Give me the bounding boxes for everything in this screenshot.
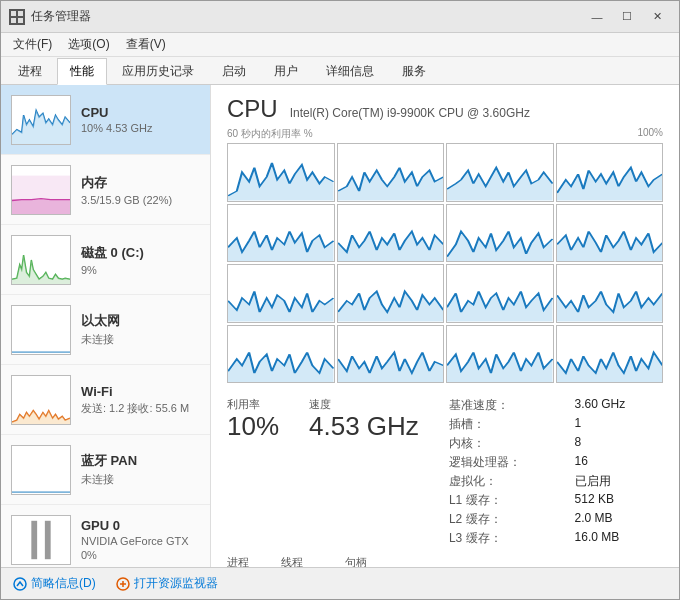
sidebar-cpu-name: CPU bbox=[81, 105, 200, 120]
cpu-core-graph-14 bbox=[446, 325, 554, 384]
cpu-core-graph-5 bbox=[337, 204, 445, 263]
sidebar-item-bluetooth[interactable]: 蓝牙 PAN 未连接 bbox=[1, 435, 210, 505]
sidebar-ethernet-value: 未连接 bbox=[81, 332, 200, 347]
window-controls: — ☐ ✕ bbox=[583, 6, 671, 28]
tab-services[interactable]: 服务 bbox=[389, 58, 439, 84]
main-subtitle: Intel(R) Core(TM) i9-9900K CPU @ 3.60GHz bbox=[290, 106, 530, 120]
summary-label: 简略信息(D) bbox=[31, 575, 96, 592]
monitor-label: 打开资源监视器 bbox=[134, 575, 218, 592]
cpu-core-graph-0 bbox=[227, 143, 335, 202]
tab-users[interactable]: 用户 bbox=[261, 58, 311, 84]
tab-performance[interactable]: 性能 bbox=[57, 58, 107, 85]
tab-startup[interactable]: 启动 bbox=[209, 58, 259, 84]
cpu-core-graph-12 bbox=[227, 325, 335, 384]
sidebar-bluetooth-value: 未连接 bbox=[81, 472, 200, 487]
cpu-core-graph-13 bbox=[337, 325, 445, 384]
window: 任务管理器 — ☐ ✕ 文件(F) 选项(O) 查看(V) 进程 性能 应用历史… bbox=[0, 0, 680, 600]
virt-value: 已启用 bbox=[575, 473, 663, 490]
l1-label: L1 缓存： bbox=[449, 492, 559, 509]
logical-label: 逻辑处理器： bbox=[449, 454, 559, 471]
speed-label: 速度 bbox=[309, 397, 419, 412]
sidebar-ethernet-name: 以太网 bbox=[81, 312, 200, 330]
sidebar-disk-info: 磁盘 0 (C:) 9% bbox=[81, 244, 200, 276]
cpu-core-graph-6 bbox=[446, 204, 554, 263]
chevron-up-icon bbox=[13, 577, 27, 591]
svg-marker-21 bbox=[228, 291, 334, 321]
sidebar-bluetooth-info: 蓝牙 PAN 未连接 bbox=[81, 452, 200, 487]
sidebar-item-gpu[interactable]: GPU 0 NVIDIA GeForce GTX 0% bbox=[1, 505, 210, 567]
virt-label: 虚拟化： bbox=[449, 473, 559, 490]
cpu-core-graph-7 bbox=[556, 204, 664, 263]
stats-handles: 句柄 85491 bbox=[345, 555, 395, 567]
menu-options[interactable]: 选项(O) bbox=[60, 33, 117, 56]
sidebar-item-disk[interactable]: 磁盘 0 (C:) 9% bbox=[1, 225, 210, 295]
svg-rect-12 bbox=[45, 520, 51, 558]
svg-rect-2 bbox=[11, 18, 16, 23]
tab-process[interactable]: 进程 bbox=[5, 58, 55, 84]
sidebar-gpu-value1: NVIDIA GeForce GTX bbox=[81, 535, 200, 547]
handles-label: 句柄 bbox=[345, 555, 395, 567]
sidebar-memory-value: 3.5/15.9 GB (22%) bbox=[81, 194, 200, 206]
graph-label-left: 60 秒内的利用率 % bbox=[227, 127, 313, 141]
utilization-value: 10% bbox=[227, 412, 279, 441]
menu-file[interactable]: 文件(F) bbox=[5, 33, 60, 56]
tab-details[interactable]: 详细信息 bbox=[313, 58, 387, 84]
tab-app-history[interactable]: 应用历史记录 bbox=[109, 58, 207, 84]
svg-marker-25 bbox=[228, 352, 334, 382]
base-speed-label: 基准速度： bbox=[449, 397, 559, 414]
svg-rect-1 bbox=[18, 11, 23, 16]
minimize-button[interactable]: — bbox=[583, 6, 611, 28]
sidebar-wifi-info: Wi-Fi 发送: 1.2 接收: 55.6 M bbox=[81, 384, 200, 416]
graph-label-row: 60 秒内的利用率 % 100% bbox=[227, 127, 663, 141]
svg-point-29 bbox=[14, 578, 26, 590]
utilization-label: 利用率 bbox=[227, 397, 279, 412]
svg-marker-7 bbox=[12, 255, 70, 284]
l2-value: 2.0 MB bbox=[575, 511, 663, 528]
sidebar-disk-value: 9% bbox=[81, 264, 200, 276]
monitor-link[interactable]: 打开资源监视器 bbox=[116, 575, 218, 592]
tab-bar: 进程 性能 应用历史记录 启动 用户 详细信息 服务 bbox=[1, 57, 679, 85]
sidebar-item-ethernet[interactable]: 以太网 未连接 bbox=[1, 295, 210, 365]
sidebar-wifi-value: 发送: 1.2 接收: 55.6 M bbox=[81, 401, 200, 416]
sidebar-gpu-name: GPU 0 bbox=[81, 518, 200, 533]
menu-view[interactable]: 查看(V) bbox=[118, 33, 174, 56]
sidebar-item-cpu[interactable]: CPU 10% 4.53 GHz bbox=[1, 85, 210, 155]
svg-rect-3 bbox=[18, 18, 23, 23]
stats-utilization: 利用率 10% bbox=[227, 397, 279, 547]
svg-marker-9 bbox=[12, 410, 70, 423]
processes-label: 进程 bbox=[227, 555, 257, 567]
sidebar-cpu-info: CPU 10% 4.53 GHz bbox=[81, 105, 200, 134]
sidebar-memory-info: 内存 3.5/15.9 GB (22%) bbox=[81, 174, 200, 206]
sidebar: CPU 10% 4.53 GHz 内存 3.5/15.9 GB (22%) bbox=[1, 85, 211, 567]
status-bar: 简略信息(D) 打开资源监视器 bbox=[1, 567, 679, 599]
l1-value: 512 KB bbox=[575, 492, 663, 509]
sidebar-cpu-graph bbox=[11, 95, 71, 145]
main-header: CPU Intel(R) Core(TM) i9-9900K CPU @ 3.6… bbox=[227, 95, 663, 123]
maximize-button[interactable]: ☐ bbox=[613, 6, 641, 28]
window-title: 任务管理器 bbox=[31, 8, 583, 25]
l3-label: L3 缓存： bbox=[449, 530, 559, 547]
cpu-core-graph-15 bbox=[556, 325, 664, 384]
sidebar-wifi-graph bbox=[11, 375, 71, 425]
sockets-value: 1 bbox=[575, 416, 663, 433]
threads-label: 线程 bbox=[281, 555, 321, 567]
graph-label-right: 100% bbox=[637, 127, 663, 141]
base-speed-value: 3.60 GHz bbox=[575, 397, 663, 414]
sidebar-item-memory[interactable]: 内存 3.5/15.9 GB (22%) bbox=[1, 155, 210, 225]
cpu-core-graph-9 bbox=[337, 264, 445, 323]
l2-label: L2 缓存： bbox=[449, 511, 559, 528]
cpu-core-graph-3 bbox=[556, 143, 664, 202]
details-block: 基准速度： 3.60 GHz 插槽： 1 内核： 8 逻辑处理器： 16 虚拟化… bbox=[449, 397, 663, 547]
sidebar-item-wifi[interactable]: Wi-Fi 发送: 1.2 接收: 55.6 M bbox=[1, 365, 210, 435]
sidebar-memory-name: 内存 bbox=[81, 174, 200, 192]
summary-link[interactable]: 简略信息(D) bbox=[13, 575, 96, 592]
sidebar-ethernet-graph bbox=[11, 305, 71, 355]
main-title: CPU bbox=[227, 95, 278, 123]
close-button[interactable]: ✕ bbox=[643, 6, 671, 28]
sockets-label: 插槽： bbox=[449, 416, 559, 433]
sidebar-ethernet-info: 以太网 未连接 bbox=[81, 312, 200, 347]
cpu-core-graph-2 bbox=[446, 143, 554, 202]
stats-threads: 线程 3818 bbox=[281, 555, 321, 567]
sidebar-wifi-name: Wi-Fi bbox=[81, 384, 200, 399]
sidebar-cpu-value: 10% 4.53 GHz bbox=[81, 122, 200, 134]
